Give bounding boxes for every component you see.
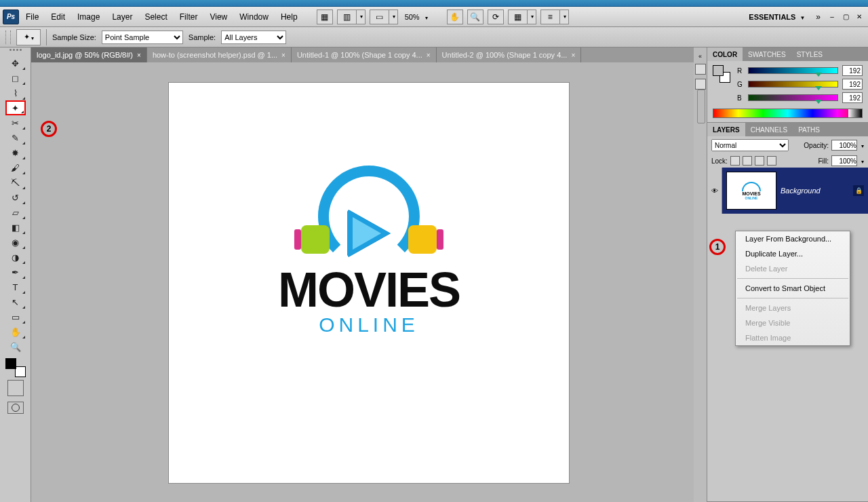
hand-icon[interactable]: ✋ <box>447 9 463 24</box>
tools-grip[interactable] <box>2 49 29 54</box>
eraser-tool[interactable]: ▱ <box>5 205 26 220</box>
g-input[interactable] <box>842 79 863 90</box>
brush-tool[interactable]: 🖌 <box>5 160 26 175</box>
bridge-icon[interactable]: ▦ <box>317 9 333 24</box>
type-tool[interactable]: T <box>5 279 26 294</box>
canvas-viewport[interactable]: MOVIES ONLINE <box>31 62 707 502</box>
opacity-input[interactable] <box>831 140 857 151</box>
dock-icon-2[interactable] <box>695 79 706 90</box>
tab-untitled1[interactable]: Untitled-1 @ 100% (Shape 1 copy 4...× <box>292 47 437 62</box>
move-tool[interactable]: ✥ <box>5 56 26 71</box>
ctx-layer-from-background[interactable]: Layer From Background... <box>736 231 850 246</box>
shape-tool[interactable]: ▭ <box>5 309 26 324</box>
blur-tool[interactable]: ◉ <box>5 235 26 250</box>
menu-select[interactable]: Select <box>139 9 172 24</box>
visibility-toggle-icon[interactable]: 👁 <box>707 168 722 214</box>
lock-all-icon[interactable] <box>767 156 776 166</box>
menu-bar: Ps File Edit Image Layer Select Filter V… <box>0 7 868 27</box>
blend-mode-select[interactable]: Normal <box>711 139 789 151</box>
app-logo[interactable]: Ps <box>3 9 19 24</box>
ctx-duplicate-layer[interactable]: Duplicate Layer... <box>736 246 850 261</box>
tab-styles[interactable]: STYLES <box>791 47 828 61</box>
menu-filter[interactable]: Filter <box>174 9 203 24</box>
zoom-level[interactable]: 50% <box>405 13 420 21</box>
canvas[interactable]: MOVIES ONLINE <box>169 83 569 483</box>
screen-mode-dropdown[interactable]: ▭ <box>370 9 398 24</box>
g-slider[interactable] <box>748 81 838 88</box>
zoom-tool-icon[interactable]: 🔍 <box>467 9 484 24</box>
panel-fgbg-swatch[interactable] <box>713 65 730 83</box>
rotate-view-icon[interactable]: ⟳ <box>488 9 504 24</box>
tab-swatches[interactable]: SWATCHES <box>743 47 791 61</box>
spectrum-ramp[interactable] <box>713 109 863 118</box>
menu-layer[interactable]: Layer <box>106 9 138 24</box>
lock-position-icon[interactable] <box>755 156 764 166</box>
close-icon[interactable]: ✕ <box>853 13 865 20</box>
stamp-tool[interactable]: ⛏ <box>5 175 26 190</box>
menu-help[interactable]: Help <box>275 9 303 24</box>
healing-tool[interactable]: ✸ <box>5 145 26 160</box>
dodge-tool[interactable]: ◑ <box>5 250 26 265</box>
lock-pixels-icon[interactable] <box>743 156 752 166</box>
tab-paths[interactable]: PATHS <box>793 123 825 136</box>
workspace-switcher[interactable]: ESSENTIALS <box>743 10 810 24</box>
fill-input[interactable] <box>831 155 857 166</box>
dock-expand-icon[interactable]: « <box>698 53 702 60</box>
opacity-caret-icon[interactable] <box>860 142 864 149</box>
guides-dropdown[interactable]: ≡ <box>540 9 569 24</box>
ctx-separator <box>737 278 848 279</box>
zoom-tool[interactable]: 🔍 <box>5 339 26 354</box>
r-input[interactable] <box>842 65 863 76</box>
layer-name[interactable]: Background <box>781 187 853 195</box>
lock-transparency-icon[interactable] <box>730 156 740 166</box>
tab-channels[interactable]: CHANNELS <box>745 123 793 136</box>
foreground-background-swatch[interactable] <box>5 358 26 377</box>
menu-window[interactable]: Window <box>234 9 274 24</box>
gradient-tool[interactable]: ◧ <box>5 220 26 235</box>
b-slider[interactable] <box>748 94 838 101</box>
crop-tool[interactable]: ✂ <box>5 115 26 130</box>
tab-close-icon[interactable]: × <box>137 52 141 59</box>
pen-tool[interactable]: ✒ <box>5 265 26 279</box>
tab-layers[interactable]: LAYERS <box>707 123 745 136</box>
workspace-more-icon[interactable]: » <box>812 12 825 22</box>
menu-image[interactable]: Image <box>72 9 105 24</box>
history-brush-tool[interactable]: ↺ <box>5 190 26 205</box>
quick-mask-toggle[interactable] <box>7 402 24 414</box>
arrange-docs-dropdown[interactable]: ▥ <box>337 9 366 24</box>
menu-file[interactable]: File <box>20 9 44 24</box>
r-slider[interactable] <box>748 67 838 74</box>
minimize-icon[interactable]: – <box>826 13 838 20</box>
marquee-tool[interactable]: ◻ <box>5 71 26 85</box>
hand-tool[interactable]: ✋ <box>5 324 26 339</box>
zoom-dropdown-icon[interactable] <box>424 12 428 22</box>
lasso-tool[interactable]: ⌇ <box>5 85 26 100</box>
tab-close-icon[interactable]: × <box>281 52 285 59</box>
menu-edit[interactable]: Edit <box>45 9 71 24</box>
tab-untitled2[interactable]: Untitled-2 @ 100% (Shape 1 copy 4...× <box>437 47 582 62</box>
sample-size-select[interactable]: Point Sample <box>102 31 183 44</box>
magic-wand-tool[interactable]: ✦ <box>5 100 26 115</box>
ctx-convert-smart-object[interactable]: Convert to Smart Object <box>736 281 850 296</box>
ctx-flatten-image: Flatten Image <box>736 330 850 345</box>
path-select-tool[interactable]: ↖ <box>5 294 26 309</box>
tab-howto[interactable]: how-to (screenshot helper).psd @ 1...× <box>147 47 292 62</box>
eyedropper-tool[interactable]: ✎ <box>5 130 26 145</box>
color-well[interactable] <box>7 380 24 396</box>
menu-view[interactable]: View <box>204 9 233 24</box>
b-input[interactable] <box>842 92 863 103</box>
restore-icon[interactable]: ▢ <box>840 13 852 20</box>
fill-caret-icon[interactable] <box>860 157 864 165</box>
dock-icon-1[interactable] <box>695 64 706 75</box>
layer-thumbnail[interactable]: MOVIES ONLINE <box>726 172 776 210</box>
sample-select[interactable]: All Layers <box>221 31 286 44</box>
current-tool-icon[interactable]: ✦ <box>16 29 41 45</box>
options-grip[interactable] <box>5 31 11 44</box>
layer-row-background[interactable]: 👁 MOVIES ONLINE Background 🔒 <box>707 168 868 214</box>
tab-color[interactable]: COLOR <box>707 47 743 61</box>
extras-dropdown[interactable]: ▦ <box>508 9 536 24</box>
tab-logo-id[interactable]: logo_id.jpg @ 50% (RGB/8#)× <box>31 47 147 62</box>
vertical-scrollbar-thumb[interactable] <box>697 90 705 123</box>
tab-close-icon[interactable]: × <box>427 52 431 59</box>
tab-close-icon[interactable]: × <box>571 52 575 59</box>
